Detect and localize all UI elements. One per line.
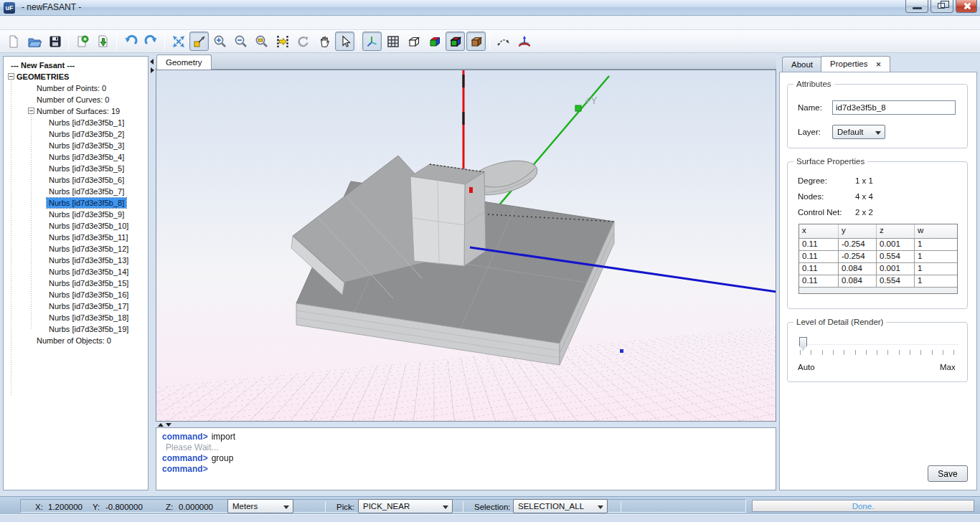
rotate-view-icon[interactable] <box>293 32 313 51</box>
tree-item-nurbs[interactable]: Nurbs [id7d3e3f5b_18] <box>4 312 148 323</box>
table-row[interactable]: 0.11 0.084 0.554 1 <box>799 275 957 288</box>
table-row[interactable]: 0.11 -0.254 0.001 1 <box>799 239 957 251</box>
zoom-in-icon[interactable] <box>210 32 230 51</box>
tree-item-nurbs[interactable]: Nurbs [id7d3e3f5b_9] <box>4 209 148 220</box>
tree-item-nurbs[interactable]: Nurbs [id7d3e3f5b_1] <box>4 117 148 128</box>
tree-item-nurbs[interactable]: Nurbs [id7d3e3f5b_17] <box>4 300 148 312</box>
table-row[interactable]: 0.11 0.084 0.001 1 <box>799 263 957 275</box>
collapse-icon[interactable] <box>28 108 34 114</box>
tree-item-objects[interactable]: Number of Objects: 0 <box>37 335 111 346</box>
tree-item-nurbs[interactable]: Nurbs [id7d3e3f5b_5] <box>4 163 148 174</box>
pick-label: Pick: <box>336 503 354 511</box>
tab-properties[interactable]: Properties ✕ <box>821 56 890 72</box>
solid-view-icon[interactable] <box>425 32 444 51</box>
col-y[interactable]: y <box>839 224 877 238</box>
layer-select[interactable]: Default <box>832 125 885 139</box>
units-select[interactable]: Meters <box>227 499 293 513</box>
menu-item[interactable] <box>30 22 42 24</box>
tree-root[interactable]: --- New Fasant --- <box>11 60 75 71</box>
minimize-button[interactable] <box>905 0 928 13</box>
pick-select[interactable]: PICK_NEAR <box>358 499 453 513</box>
expand-up-icon[interactable] <box>158 423 164 427</box>
curvature-icon[interactable] <box>494 32 513 51</box>
table-row[interactable]: 0.11 -0.254 0.554 1 <box>799 251 957 263</box>
tree-item-nurbs[interactable]: Nurbs [id7d3e3f5b_15] <box>4 277 148 289</box>
wireframe-view-icon[interactable] <box>404 32 423 51</box>
tree-item-surfaces[interactable]: Number of Surfaces: 19 <box>37 105 120 117</box>
tree-item-nurbs[interactable]: Nurbs [id7d3e3f5b_11] <box>4 232 148 243</box>
col-z[interactable]: z <box>877 224 915 238</box>
show-axes-icon[interactable] <box>362 32 382 51</box>
collapse-down-icon[interactable] <box>166 423 171 427</box>
new-file-icon[interactable] <box>4 32 23 51</box>
tree-item-nurbs[interactable]: Nurbs [id7d3e3f5b_13] <box>4 255 148 266</box>
zoom-out-icon[interactable] <box>231 32 250 51</box>
tree-item-nurbs[interactable]: Nurbs [id7d3e3f5b_12] <box>4 243 148 255</box>
undo-icon[interactable] <box>121 32 140 51</box>
tree-item-nurbs[interactable]: Nurbs [id7d3e3f5b_4] <box>4 151 148 163</box>
progress-bar: Done. <box>752 500 974 512</box>
add-geometry-icon[interactable] <box>72 32 92 51</box>
select-icon[interactable] <box>335 32 354 51</box>
collapse-left-icon[interactable] <box>150 59 154 65</box>
tree-item-points[interactable]: Number of Points: 0 <box>37 82 106 94</box>
console-line: command>group <box>162 453 770 464</box>
col-x[interactable]: x <box>799 224 839 238</box>
name-field[interactable] <box>832 100 956 115</box>
lod-slider-thumb[interactable] <box>799 337 807 351</box>
tree-item-nurbs[interactable]: Nurbs [id7d3e3f5b_19] <box>4 323 148 335</box>
app-logo-icon: uF <box>4 2 15 14</box>
lod-slider-ticks <box>800 350 959 355</box>
control-points-table[interactable]: x y z w 0.11 -0.254 0.001 1 <box>798 224 958 294</box>
tree-item-nurbs[interactable]: Nurbs [id7d3e3f5b_10] <box>4 220 148 232</box>
fit-view-icon[interactable] <box>169 32 188 51</box>
show-grid-icon[interactable] <box>383 32 402 51</box>
tree-item-nurbs[interactable]: Nurbs [id7d3e3f5b_8] <box>4 197 148 209</box>
collapse-icon[interactable] <box>8 73 14 80</box>
redo-icon[interactable] <box>141 32 161 51</box>
menu-item[interactable] <box>43 22 55 24</box>
tree-item-curves[interactable]: Number of Curves: 0 <box>37 94 109 105</box>
menu-bar <box>0 16 980 30</box>
selection-select[interactable]: SELECTION_ALL <box>513 499 608 513</box>
tree-item-nurbs[interactable]: Nurbs [id7d3e3f5b_16] <box>4 289 148 300</box>
tree-item-nurbs[interactable]: Nurbs [id7d3e3f5b_14] <box>4 266 148 277</box>
tree-item-nurbs[interactable]: Nurbs [id7d3e3f5b_6] <box>4 174 148 186</box>
tree-splitter[interactable] <box>149 56 155 490</box>
textured-view-icon[interactable] <box>466 32 486 51</box>
y-axis-handle[interactable] <box>575 105 581 111</box>
visibility-icon[interactable] <box>273 32 292 51</box>
menu-item[interactable] <box>69 22 80 24</box>
save-button[interactable]: Save <box>928 465 968 482</box>
tree-item-nurbs[interactable]: Nurbs [id7d3e3f5b_7] <box>4 186 148 197</box>
pan-view-icon[interactable] <box>314 32 334 51</box>
menu-item[interactable] <box>56 22 67 24</box>
viewport-3d[interactable]: +Y <box>156 70 776 422</box>
open-project-icon[interactable] <box>24 32 44 51</box>
tree-item-geometries[interactable]: GEOMETRIES <box>17 71 69 82</box>
tree-item-nurbs[interactable]: Nurbs [id7d3e3f5b_3] <box>4 140 148 151</box>
import-icon[interactable] <box>93 32 113 51</box>
col-w[interactable]: w <box>915 224 954 238</box>
normals-icon[interactable] <box>514 32 534 51</box>
command-console[interactable]: command>importPlease Wait...command>grou… <box>156 427 776 490</box>
zoom-window-icon[interactable] <box>252 32 271 51</box>
coord-y-value: -0.800000 <box>105 503 143 511</box>
flat-view-icon[interactable] <box>446 32 465 51</box>
restore-button[interactable] <box>930 0 953 13</box>
tab-close-icon[interactable]: ✕ <box>876 61 882 68</box>
close-button[interactable] <box>956 0 977 13</box>
lod-max-label: Max <box>940 363 956 371</box>
expand-right-icon[interactable] <box>151 67 154 73</box>
toolbar-separator <box>116 33 117 50</box>
lod-slider-track[interactable] <box>798 344 958 345</box>
menu-item[interactable] <box>17 22 29 24</box>
tab-geometry[interactable]: Geometry <box>156 54 212 70</box>
minimize-icon <box>913 7 922 9</box>
toolbar <box>0 30 980 53</box>
zoom-extents-icon[interactable] <box>189 32 209 51</box>
tree-item-nurbs[interactable]: Nurbs [id7d3e3f5b_2] <box>4 128 148 140</box>
menu-item[interactable] <box>4 22 16 24</box>
toolbar-separator <box>358 33 359 50</box>
save-icon[interactable] <box>45 32 65 51</box>
